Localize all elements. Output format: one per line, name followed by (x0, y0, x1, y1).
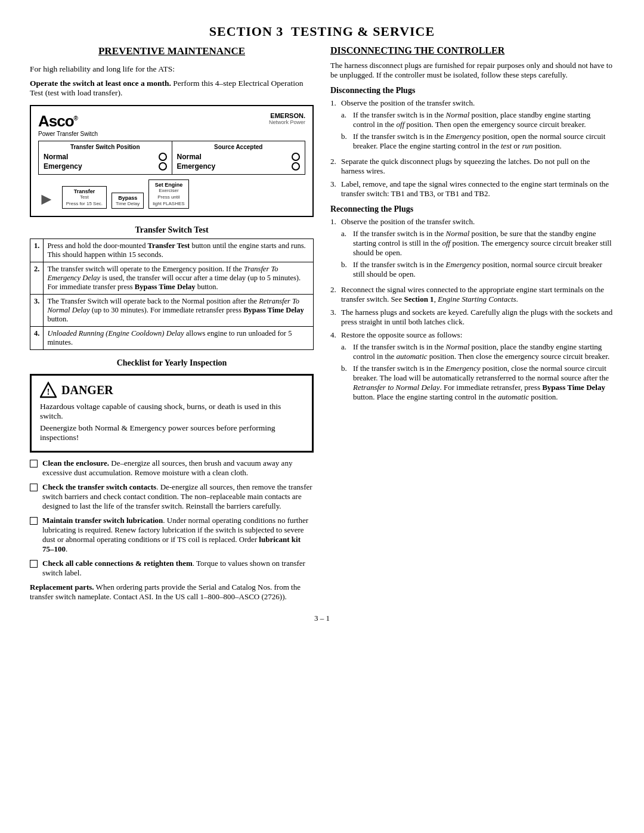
list-item: a. If the transfer switch is in the Norm… (341, 229, 614, 258)
list-item: a. If the transfer switch is in the Norm… (341, 342, 614, 361)
network-power: Network Power (269, 119, 305, 125)
list-item: b. If the transfer switch is in the Emer… (341, 364, 614, 402)
danger-box: ! DANGER Hazardous voltage capable of ca… (30, 374, 314, 453)
checklist-cables-text: Check all cable connections & retighten … (42, 559, 314, 578)
transfer-switch-test-table: 1. Press and hold the door-mounted Trans… (30, 239, 314, 350)
emerson-text: EMERSON. (269, 112, 305, 119)
asco-source-normal-label: Normal (177, 153, 202, 161)
danger-label: DANGER (61, 383, 113, 397)
list-item: 2. Separate the quick disconnect plugs b… (330, 157, 614, 176)
page-title: SECTION 3 TESTING & SERVICE (30, 24, 614, 39)
checklist-item-cables: Check all cable connections & retighten … (30, 559, 314, 578)
asco-source-normal-indicator (292, 153, 300, 161)
checklist-clean-text: Clean the enclosure. De–energize all sou… (42, 459, 314, 478)
checklist-lubrication-text: Maintain transfer switch lubrication. Un… (42, 516, 314, 554)
row3-num: 3. (30, 295, 44, 327)
transfer-test-note: Press for 15 Sec. (66, 201, 103, 206)
right-column: DISCONNECTING THE CONTROLLER The harness… (330, 45, 614, 602)
list-item: 2. Reconnect the signal wires connected … (330, 285, 614, 304)
asco-col-position: Transfer Switch Position Normal Emergenc… (38, 141, 172, 175)
asco-emergency-row: Emergency (44, 162, 167, 171)
transfer-switch-test-title: Transfer Switch Test (30, 225, 314, 235)
row1-text: Press and hold the door-mounted Transfer… (44, 239, 314, 262)
page-number: 3 – 1 (30, 614, 614, 623)
danger-triangle-icon: ! (40, 382, 57, 398)
table-row: 2. The transfer switch will operate to t… (30, 262, 314, 295)
asco-logo: Asco® (38, 112, 98, 131)
bypass-time-delay-button[interactable]: Bypass Time Delay (112, 193, 144, 209)
asco-source-emergency-row: Emergency (177, 162, 301, 171)
checkbox-clean (30, 460, 38, 467)
checklist-title: Checklist for Yearly Inspection (30, 358, 314, 368)
emerson-area: EMERSON. Network Power (269, 112, 305, 125)
list-item: 1. Observe the position of the transfer … (330, 217, 614, 281)
bypass-time-delay-label: Bypass (116, 195, 140, 201)
list-item: 3. Label, remove, and tape the signal wi… (330, 179, 614, 199)
asco-logo-area: Asco® Power Transfer Switch (38, 112, 98, 137)
list-item: 1. Observe the position of the transfer … (330, 98, 614, 153)
bypass-time-delay-sub: Time Delay (116, 201, 140, 206)
transfer-test-label: Transfer (66, 188, 103, 194)
list-item: 4. Restore the opposite source as follow… (330, 330, 614, 404)
list-item: b. If the transfer switch is in the Emer… (341, 260, 614, 279)
set-engine-exerciser-button[interactable]: Set Engine Exerciser Press until light F… (148, 179, 188, 209)
replacement-parts-text: Replacement parts. When ordering parts p… (30, 583, 314, 602)
asco-panel: Asco® Power Transfer Switch EMERSON. Net… (30, 105, 314, 217)
danger-header: ! DANGER (40, 382, 304, 398)
table-row: 1. Press and hold the door-mounted Trans… (30, 239, 314, 262)
asco-normal-indicator (159, 153, 167, 161)
disconnecting-list: 1. Observe the position of the transfer … (330, 98, 614, 199)
asco-emergency-label: Emergency (44, 162, 82, 171)
left-column: PREVENTIVE MAINTENANCE For high reliabil… (30, 45, 314, 602)
operate-text: Operate the switch at least once a month… (30, 79, 314, 98)
asco-col-source: Source Accepted Normal Emergency (172, 141, 306, 175)
table-row: 4. Unloaded Running (Engine Cooldown) De… (30, 327, 314, 350)
disconnecting-controller-title: DISCONNECTING THE CONTROLLER (330, 45, 614, 56)
checkbox-lubrication (30, 517, 38, 525)
asco-indicator-cols: Transfer Switch Position Normal Emergenc… (38, 141, 305, 175)
danger-line2: Deenergize both Normal & Emergency power… (40, 423, 304, 442)
transfer-test-sub: Test (66, 194, 103, 200)
reconnecting-list: 1. Observe the position of the transfer … (330, 217, 614, 404)
checklist-item-contacts: Check the transfer switch contacts. De-e… (30, 482, 314, 511)
row4-text: Unloaded Running (Engine Cooldown) Delay… (44, 327, 314, 350)
disconnecting-plugs-title: Disconnecting the Plugs (330, 86, 614, 95)
disconnecting-intro: The harness disconnect plugs are furnish… (330, 61, 614, 80)
checkbox-cables (30, 560, 38, 568)
danger-line1: Hazardous voltage capable of causing sho… (40, 402, 304, 421)
set-engine-label: Set Engine (153, 182, 184, 188)
svg-text:!: ! (47, 387, 50, 397)
asco-normal-row: Normal (44, 153, 167, 161)
section-label: SECTION 3 (209, 24, 284, 39)
row1-num: 1. (30, 239, 44, 262)
preventive-maintenance-title: PREVENTIVE MAINTENANCE (30, 45, 314, 57)
asco-source-emergency-indicator (292, 162, 300, 171)
asco-normal-label: Normal (44, 153, 68, 161)
asco-source-normal-row: Normal (177, 153, 301, 161)
reconnecting-plugs-title: Reconnecting the Plugs (330, 205, 614, 214)
row3-text: The Transfer Switch will operate back to… (44, 295, 314, 327)
set-engine-sub: Exerciser (153, 188, 184, 193)
asco-col1-header: Transfer Switch Position (44, 144, 167, 150)
list-item: a. If the transfer switch is in the Norm… (341, 110, 614, 129)
asco-header: Asco® Power Transfer Switch EMERSON. Net… (38, 112, 305, 137)
checkbox-contacts (30, 484, 38, 491)
asco-arrow-icon: ► (38, 190, 55, 209)
row4-num: 4. (30, 327, 44, 350)
row2-num: 2. (30, 262, 44, 295)
intro-text: For high reliability and long life for t… (30, 64, 314, 74)
asco-emergency-indicator (159, 162, 167, 171)
set-engine-note1: Press until (153, 194, 184, 200)
asco-buttons-row: ► Transfer Test Press for 15 Sec. Bypass… (38, 179, 305, 209)
set-engine-note2: light FLASHES (153, 201, 184, 206)
checklist-contacts-text: Check the transfer switch contacts. De-e… (42, 482, 314, 511)
asco-subtitle: Power Transfer Switch (38, 131, 98, 137)
main-content: PREVENTIVE MAINTENANCE For high reliabil… (30, 45, 614, 602)
transfer-test-button[interactable]: Transfer Test Press for 15 Sec. (62, 186, 107, 209)
row2-text: The transfer switch will operate to the … (44, 262, 314, 295)
warning-triangle-svg: ! (40, 382, 57, 398)
asco-source-emergency-label: Emergency (177, 162, 216, 171)
section-title: TESTING & SERVICE (291, 24, 435, 39)
list-item: 3. The harness plugs and sockets are key… (330, 308, 614, 327)
asco-col2-header: Source Accepted (177, 144, 301, 150)
